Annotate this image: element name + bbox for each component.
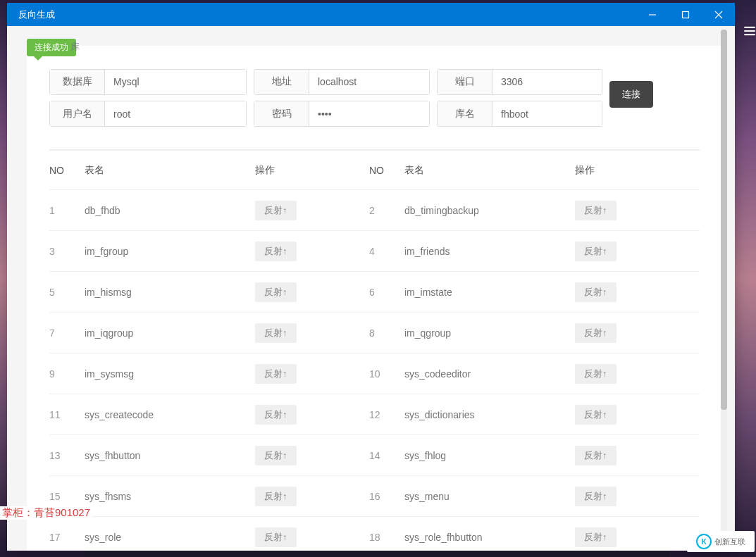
user-label: 用户名 (50, 101, 105, 126)
svg-rect-4 (682, 11, 688, 18)
reflect-button[interactable]: 反射↑ (255, 487, 297, 506)
cell-action: 反射↑ (255, 446, 369, 465)
cell-name: db_fhdb (85, 205, 255, 216)
reflect-button[interactable]: 反射↑ (575, 405, 616, 425)
th-no2: NO (369, 165, 404, 176)
cell-action: 反射↑ (575, 242, 689, 261)
maximize-button[interactable] (669, 3, 702, 26)
cell-name: im_sysmsg (85, 368, 255, 380)
logo-icon: K (696, 534, 712, 549)
content-card: 连接成功 库 数据库 地址 端口 连接 (27, 46, 722, 551)
cell-no: 11 (49, 409, 85, 420)
pwd-input[interactable] (309, 101, 429, 126)
reflect-button[interactable]: 反射↑ (255, 201, 297, 220)
cell-no: 12 (369, 409, 404, 420)
reflect-button[interactable]: 反射↑ (255, 242, 297, 261)
cell-action: 反射↑ (575, 487, 689, 506)
table-row: 11sys_createcode反射↑12sys_dictionaries反射↑ (49, 394, 700, 435)
cell-no: 6 (369, 287, 404, 298)
cell-name: db_timingbackup (404, 205, 575, 216)
th-action2: 操作 (575, 164, 689, 177)
cell-no: 3 (49, 246, 85, 257)
cell-no: 15 (49, 491, 85, 502)
cell-name: sys_dictionaries (404, 409, 575, 420)
cell-action: 反射↑ (255, 282, 369, 302)
minimize-button[interactable] (636, 3, 669, 26)
pwd-label: 密码 (254, 101, 309, 126)
cell-name: sys_codeeditor (404, 368, 575, 380)
cell-no: 13 (49, 450, 85, 461)
table-row: 9im_sysmsg反射↑10sys_codeeditor反射↑ (49, 353, 700, 394)
reflect-button[interactable]: 反射↑ (255, 446, 297, 465)
reflect-button[interactable]: 反射↑ (575, 446, 616, 465)
cell-action: 反射↑ (575, 446, 689, 465)
reflect-button[interactable]: 反射↑ (575, 323, 616, 343)
cell-action: 反射↑ (255, 487, 369, 506)
reflect-button[interactable]: 反射↑ (255, 323, 297, 343)
close-button[interactable] (702, 3, 735, 26)
partial-text: 库 (70, 41, 80, 54)
cell-no: 5 (49, 287, 85, 298)
cell-action: 反射↑ (575, 405, 689, 425)
cell-action: 反射↑ (255, 405, 369, 425)
dbname-input[interactable] (492, 101, 602, 126)
titlebar[interactable]: 反向生成 (7, 3, 735, 26)
reflect-button[interactable]: 反射↑ (575, 364, 616, 384)
cell-no: 2 (369, 205, 404, 216)
cell-no: 9 (49, 368, 85, 380)
reflect-button[interactable]: 反射↑ (575, 282, 616, 302)
reflect-button[interactable]: 反射↑ (255, 364, 297, 384)
cell-action: 反射↑ (575, 201, 689, 220)
th-action: 操作 (255, 164, 369, 177)
cell-no: 14 (369, 450, 404, 461)
cell-no: 18 (369, 532, 404, 543)
cell-name: im_iqgroup (85, 327, 255, 339)
cell-name: im_qgroup (404, 327, 575, 339)
cell-no: 17 (49, 532, 85, 543)
reflect-button[interactable]: 反射↑ (255, 527, 297, 547)
cell-no: 7 (49, 327, 85, 339)
cell-no: 1 (49, 205, 85, 216)
cell-action: 反射↑ (575, 282, 689, 302)
table-header: NO 表名 操作 NO 表名 操作 (49, 151, 700, 190)
hamburger-icon[interactable] (743, 25, 756, 37)
reflect-button[interactable]: 反射↑ (575, 487, 616, 506)
db-input[interactable] (105, 70, 246, 94)
cell-name: im_hismsg (85, 287, 255, 298)
cell-action: 反射↑ (575, 527, 689, 547)
cell-no: 16 (369, 491, 404, 502)
table-row: 1db_fhdb反射↑2db_timingbackup反射↑ (49, 190, 700, 231)
connect-button[interactable]: 连接 (609, 81, 653, 108)
reflect-button[interactable]: 反射↑ (575, 242, 616, 261)
logo-badge: K 创新互联 (687, 531, 755, 552)
cell-no: 8 (369, 327, 404, 339)
table-row: 13sys_fhbutton反射↑14sys_fhlog反射↑ (49, 435, 700, 476)
cell-name: im_friends (404, 246, 575, 257)
reflect-button[interactable]: 反射↑ (255, 405, 297, 425)
port-input[interactable] (492, 70, 602, 94)
footer-label: 掌柜：青苔901027 (0, 506, 92, 520)
table-row: 5im_hismsg反射↑6im_imstate反射↑ (49, 272, 700, 313)
reflect-button[interactable]: 反射↑ (575, 201, 616, 220)
port-label: 端口 (438, 70, 492, 94)
dialog-window: 反向生成 连接成功 库 数据库 (7, 3, 735, 551)
cell-name: sys_fhlog (404, 450, 575, 461)
cell-action: 反射↑ (255, 201, 369, 220)
scrollbar-thumb[interactable] (721, 30, 727, 410)
success-badge: 连接成功 (27, 39, 76, 56)
reflect-button[interactable]: 反射↑ (255, 282, 297, 302)
user-input[interactable] (105, 101, 246, 126)
cell-action: 反射↑ (255, 242, 369, 261)
dbname-label: 库名 (438, 101, 492, 126)
db-label: 数据库 (50, 70, 105, 94)
th-name2: 表名 (404, 164, 575, 177)
reflect-button[interactable]: 反射↑ (575, 527, 616, 547)
cell-action: 反射↑ (575, 364, 689, 384)
addr-input[interactable] (309, 70, 429, 94)
cell-action: 反射↑ (255, 364, 369, 384)
addr-label: 地址 (254, 70, 309, 94)
cell-name: sys_fhbutton (85, 450, 255, 461)
th-no: NO (49, 165, 85, 176)
cell-name: im_imstate (404, 287, 575, 298)
cell-no: 4 (369, 246, 404, 257)
